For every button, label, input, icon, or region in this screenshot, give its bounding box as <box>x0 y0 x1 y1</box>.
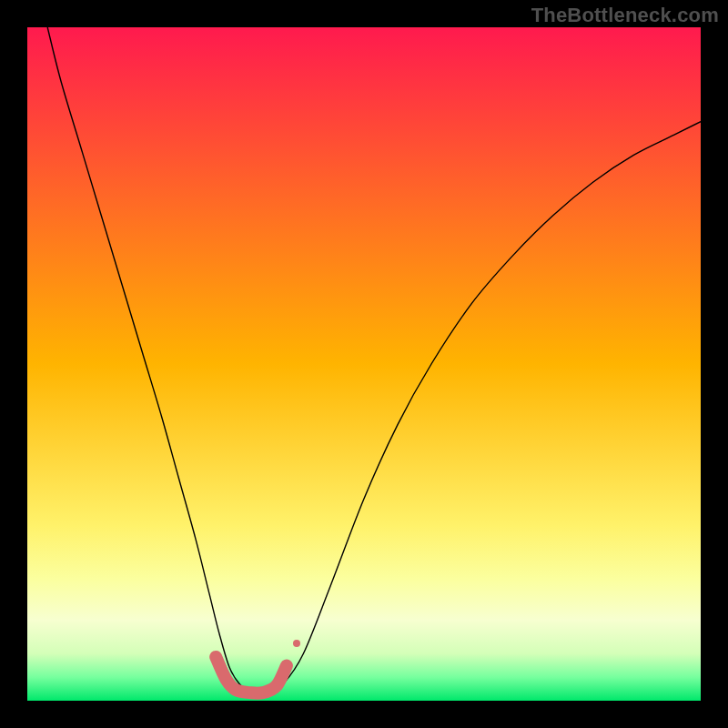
outer-frame: TheBottleneck.com <box>0 0 728 728</box>
sweet-spot-dot <box>293 640 300 647</box>
chart-svg <box>27 27 701 701</box>
chart-plot-area <box>27 27 701 701</box>
watermark-text: TheBottleneck.com <box>531 4 719 27</box>
chart-background <box>27 27 701 701</box>
